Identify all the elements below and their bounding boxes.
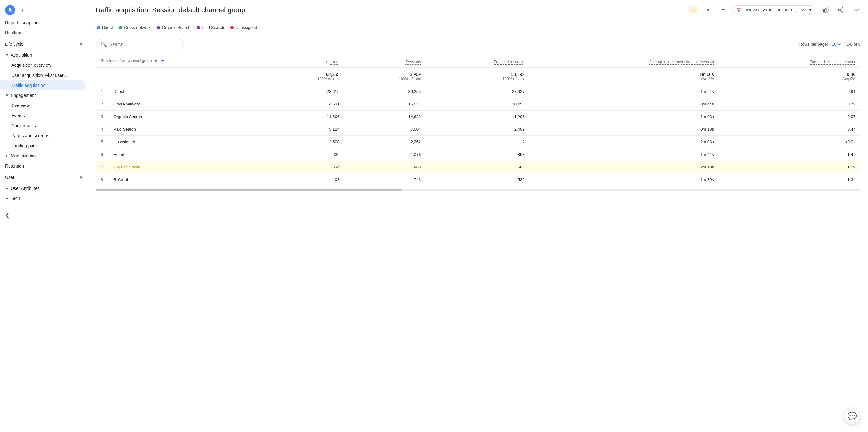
- table-row[interactable]: 7 Organic Social 534 868 688 2m 10s 1.29: [96, 161, 861, 173]
- sidebar-item-label: Engagement: [11, 93, 36, 98]
- totals-engaged-value: 53,892: [431, 72, 524, 77]
- sidebar-item-label: Overview: [11, 103, 30, 108]
- totals-engaged-pct: 100% of total: [502, 77, 524, 81]
- sidebar-header: A +: [0, 0, 88, 18]
- sidebar-item-label: Events: [11, 113, 25, 118]
- sidebar-item-reports-snapshot[interactable]: Reports snapshot: [0, 18, 85, 28]
- table-row[interactable]: 6 Email 639 1,076 898 1m 44s 1.41: [96, 148, 861, 161]
- legend-label-direct: Direct: [102, 25, 113, 30]
- sidebar-item-label: User acquisition: First user ...: [11, 73, 68, 78]
- row-engaged-per-user: 1.31: [719, 173, 861, 186]
- row-engaged-per-user: 0.97: [719, 110, 861, 123]
- row-sessions: 14,632: [344, 110, 426, 123]
- totals-avg-pct: Avg 0%: [701, 77, 714, 81]
- sidebar-item-pages-screens[interactable]: Pages and screens: [0, 131, 85, 141]
- row-sessions: 16,531: [344, 98, 426, 110]
- scrollbar-thumb[interactable]: [96, 189, 402, 191]
- warning-badge[interactable]: △: [688, 6, 699, 14]
- sidebar-item-monetization[interactable]: ► Monetization: [0, 151, 85, 161]
- sidebar-item-traffic-acquisition[interactable]: Traffic acquisition: [0, 80, 85, 90]
- scrollbar-track[interactable]: [96, 189, 861, 191]
- legend-label-cross-network: Cross-network: [124, 25, 151, 30]
- users-header[interactable]: ↓ Users: [263, 55, 344, 68]
- row-number: 1: [96, 85, 108, 98]
- legend-item-paid-search[interactable]: Paid Search: [197, 25, 224, 30]
- sidebar-item-tech[interactable]: ► Tech: [0, 193, 85, 203]
- lifecycle-section[interactable]: Life cycle ∧: [0, 38, 88, 50]
- legend-item-organic-search[interactable]: Organic Search: [157, 25, 190, 30]
- totals-sessions-value: 83,909: [349, 72, 421, 77]
- sidebar-item-retention[interactable]: Retention: [0, 161, 85, 171]
- row-engaged-per-user: 0.72: [719, 98, 861, 110]
- row-engaged-per-user: 1.41: [719, 148, 861, 161]
- sidebar-item-events[interactable]: Events: [0, 110, 85, 121]
- svg-line-7: [840, 8, 842, 9]
- chevron-right-icon: ►: [5, 154, 9, 158]
- search-icon: 🔍: [100, 41, 107, 47]
- collapse-button[interactable]: ❮: [0, 208, 88, 222]
- legend-item-cross-network[interactable]: Cross-network: [119, 25, 151, 30]
- row-sessions: 868: [344, 161, 426, 173]
- sidebar-item-conversions[interactable]: Conversions: [0, 121, 85, 131]
- row-avg-time: 2m 08s: [529, 136, 719, 148]
- row-engaged: 688: [426, 161, 529, 173]
- table-row[interactable]: 4 Paid Search 5,124 7,604 2,409 0m 10s 0…: [96, 123, 861, 136]
- avatar[interactable]: A: [5, 5, 15, 15]
- sidebar-item-overview[interactable]: Overview: [0, 100, 85, 110]
- table-row[interactable]: 2 Cross-network 14,531 16,531 10,456 0m …: [96, 98, 861, 110]
- sidebar-item-acquisition[interactable]: ▼ Acquisition: [0, 50, 85, 60]
- chat-button[interactable]: 💬: [844, 408, 861, 425]
- legend-item-unassigned[interactable]: Unassigned: [230, 25, 257, 30]
- channel-group-header: Session default channel group ▼ +: [96, 55, 263, 68]
- data-table: Session default channel group ▼ + ↓ User…: [96, 55, 861, 186]
- sessions-header: Sessions: [344, 55, 426, 68]
- legend-item-direct[interactable]: Direct: [97, 25, 113, 30]
- sidebar-item-user-acquisition[interactable]: User acquisition: First user ...: [0, 70, 85, 80]
- table-row[interactable]: 3 Organic Search 11,606 14,632 11,295 1m…: [96, 110, 861, 123]
- search-box[interactable]: 🔍: [96, 39, 184, 49]
- table-row[interactable]: 8 Referral 408 743 536 1m 30s 1.31: [96, 173, 861, 186]
- row-engaged-per-user: 0.47: [719, 123, 861, 136]
- sidebar-item-realtime[interactable]: Realtime: [0, 28, 85, 38]
- user-section-label: User: [5, 175, 14, 180]
- topbar-actions: [820, 4, 862, 16]
- channel-group-dropdown-icon[interactable]: ▼: [154, 59, 158, 64]
- row-number: 8: [96, 173, 108, 186]
- totals-row: 62,365 100% of total 83,909 100% of tota…: [96, 68, 861, 85]
- trend-icon-button[interactable]: [850, 4, 862, 16]
- sidebar-item-engagement[interactable]: ▼ Engagement: [0, 90, 85, 100]
- user-section[interactable]: User ∧: [0, 171, 88, 183]
- table-row[interactable]: 1 Direct 28,615 39,255 27,027 1m 24s 0.9…: [96, 85, 861, 98]
- dropdown-button[interactable]: ▼: [702, 4, 714, 16]
- sidebar-item-landing-page[interactable]: Landing page: [0, 141, 85, 151]
- row-engaged: 10,456: [426, 98, 529, 110]
- row-engaged: 898: [426, 148, 529, 161]
- row-users: 639: [263, 148, 344, 161]
- totals-engaged-per-user-pct: Avg 0%: [842, 77, 856, 81]
- sidebar-item-label: Monetization: [11, 153, 36, 158]
- date-range-picker[interactable]: 📅 Last 28 days Jun 14 - Jul 11, 2023 ▼: [733, 5, 816, 14]
- chevron-right-icon: ►: [5, 196, 9, 201]
- sidebar-item-acquisition-overview[interactable]: Acquisition overview: [0, 60, 85, 70]
- rows-per-page-label: Rows per page:: [799, 42, 828, 46]
- rows-per-page-select[interactable]: 10 25 50: [831, 41, 841, 47]
- table-row[interactable]: 5 Unassigned 2,500 2,262 2 2m 08s <0.01: [96, 136, 861, 148]
- add-button[interactable]: +: [18, 6, 27, 14]
- totals-avg-value: 1m 06s: [534, 72, 714, 77]
- search-input[interactable]: [110, 42, 179, 47]
- row-engaged: 27,027: [426, 85, 529, 98]
- avg-engagement-header-label: Average engagement time per session: [649, 60, 714, 65]
- row-engaged-per-user: 0.94: [719, 85, 861, 98]
- row-number: 7: [96, 161, 108, 173]
- totals-engaged-per-user-value: 0.86: [724, 72, 856, 77]
- sidebar-item-user-attributes[interactable]: ► User Attributes: [0, 183, 85, 193]
- sessions-header-label: Sessions: [405, 60, 421, 65]
- row-users: 5,124: [263, 123, 344, 136]
- share-icon-button[interactable]: [835, 4, 846, 16]
- svg-rect-1: [825, 8, 826, 12]
- add-comparison-button[interactable]: +: [717, 4, 729, 16]
- sidebar-item-label: Reports snapshot: [5, 20, 40, 25]
- add-column-button[interactable]: +: [161, 58, 164, 64]
- chart-icon-button[interactable]: [820, 4, 831, 16]
- row-number: 5: [96, 136, 108, 148]
